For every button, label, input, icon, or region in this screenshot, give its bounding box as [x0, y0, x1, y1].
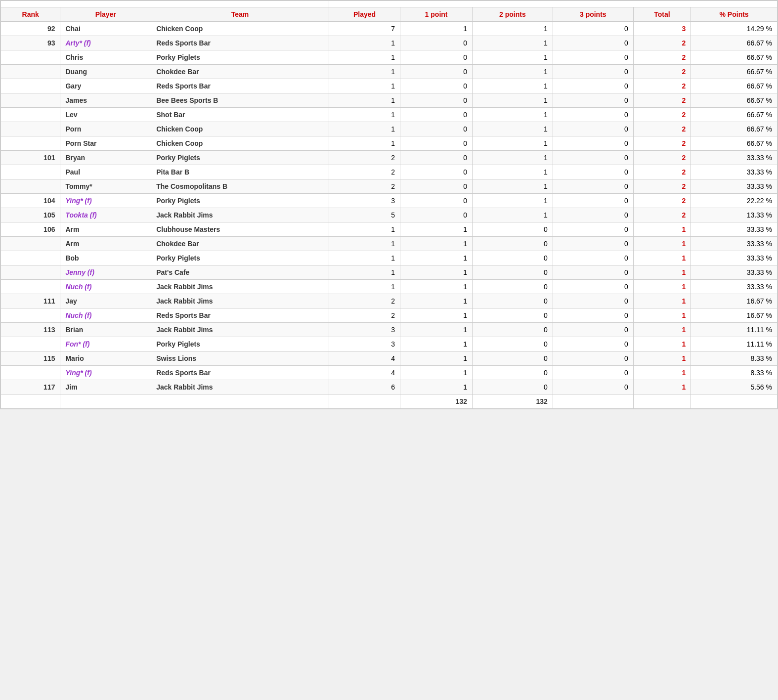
cell-player: Chai — [60, 22, 151, 36]
cell-played: 2 — [329, 165, 400, 179]
col-2points: 2 points — [473, 7, 553, 22]
cell-total: 2 — [633, 151, 691, 165]
cell-player: Paul — [60, 165, 151, 179]
cell-pct: 66.67 % — [691, 79, 778, 93]
cell-played: 3 — [329, 337, 400, 351]
cell-player: Ying* (f) — [60, 194, 151, 208]
cell-team: Reds Sports Bar — [151, 36, 329, 50]
cell-p3: 0 — [553, 294, 633, 308]
cell-p2: 1 — [473, 65, 553, 79]
table-row: DuangChokdee Bar1010266.67 % — [1, 65, 778, 79]
table-row: 111JayJack Rabbit Jims2100116.67 % — [1, 294, 778, 308]
cell-p2: 0 — [473, 351, 553, 366]
cell-total: 2 — [633, 194, 691, 208]
cell-total: 1 — [633, 294, 691, 308]
cell-p3: 0 — [553, 308, 633, 323]
cell-p1: 0 — [400, 194, 473, 208]
cell-p2: 0 — [473, 337, 553, 351]
cell-p2: 1 — [473, 93, 553, 108]
col-total: Total — [633, 7, 691, 22]
cell-p3: 0 — [553, 79, 633, 93]
cell-played: 1 — [329, 265, 400, 280]
cell-p3: 0 — [553, 36, 633, 50]
cell-p1: 0 — [400, 136, 473, 151]
cell-total: 3 — [633, 22, 691, 36]
cell-p2: 1 — [473, 136, 553, 151]
cell-team: Porky Piglets — [151, 251, 329, 265]
cell-rank: 113 — [1, 323, 60, 337]
cell-pct: 16.67 % — [691, 294, 778, 308]
cell-rank — [1, 165, 60, 179]
cell-player: Duang — [60, 65, 151, 79]
cell-team: Reds Sports Bar — [151, 308, 329, 323]
cell-total: 2 — [633, 165, 691, 179]
cell-player: Tookta (f) — [60, 208, 151, 222]
cell-team: Porky Piglets — [151, 151, 329, 165]
cell-played: 3 — [329, 194, 400, 208]
cell-p2: 1 — [473, 165, 553, 179]
cell-rank — [1, 65, 60, 79]
cell-p3: 0 — [553, 151, 633, 165]
cell-p3: 0 — [553, 323, 633, 337]
cell-p1: 1 — [400, 265, 473, 280]
cell-played: 1 — [329, 50, 400, 65]
table-row: 117JimJack Rabbit Jims610015.56 % — [1, 380, 778, 394]
cell-p1: 1 — [400, 294, 473, 308]
cell-total: 1 — [633, 308, 691, 323]
cell-player: Chris — [60, 50, 151, 65]
cell-pct: 33.33 % — [691, 179, 778, 194]
cell-p1: 0 — [400, 93, 473, 108]
cell-pct: 33.33 % — [691, 222, 778, 237]
cell-team: Chicken Coop — [151, 22, 329, 36]
singles-label — [329, 1, 777, 7]
cell-p2: 0 — [473, 308, 553, 323]
cell-rank — [1, 237, 60, 251]
cell-total: 1 — [633, 366, 691, 380]
cell-pct: 8.33 % — [691, 351, 778, 366]
cell-p1: 0 — [400, 79, 473, 93]
table-row: Nuch (f)Reds Sports Bar2100116.67 % — [1, 308, 778, 323]
cell-p1: 1 — [400, 337, 473, 351]
cell-p2: 1 — [473, 122, 553, 136]
cell-player: Jim — [60, 380, 151, 394]
cell-p2: 1 — [473, 22, 553, 36]
cell-player: Porn — [60, 122, 151, 136]
cell-pct: 8.33 % — [691, 366, 778, 380]
cell-rank — [1, 308, 60, 323]
cell-total: 2 — [633, 208, 691, 222]
footer-team — [151, 394, 329, 409]
cell-p3: 0 — [553, 366, 633, 380]
cell-p3: 0 — [553, 251, 633, 265]
cell-rank — [1, 122, 60, 136]
table-row: ChrisPorky Piglets1010266.67 % — [1, 50, 778, 65]
cell-p2: 0 — [473, 237, 553, 251]
col-played: Played — [329, 7, 400, 22]
footer-player — [60, 394, 151, 409]
cell-rank — [1, 136, 60, 151]
cell-p1: 0 — [400, 108, 473, 122]
cell-rank: 92 — [1, 22, 60, 36]
cell-p3: 0 — [553, 122, 633, 136]
cell-played: 2 — [329, 308, 400, 323]
cell-player: James — [60, 93, 151, 108]
cell-player: Fon* (f) — [60, 337, 151, 351]
cell-played: 1 — [329, 122, 400, 136]
footer-rank — [1, 394, 60, 409]
cell-p2: 1 — [473, 151, 553, 165]
footer-p2-sum: 132 — [473, 394, 553, 409]
cell-team: Porky Piglets — [151, 337, 329, 351]
table-row: 92ChaiChicken Coop7110314.29 % — [1, 22, 778, 36]
cell-played: 1 — [329, 237, 400, 251]
table-row: Porn StarChicken Coop1010266.67 % — [1, 136, 778, 151]
cell-player: Mario — [60, 351, 151, 366]
cell-total: 2 — [633, 93, 691, 108]
cell-p2: 0 — [473, 380, 553, 394]
cell-p3: 0 — [553, 265, 633, 280]
cell-pct: 66.67 % — [691, 93, 778, 108]
cell-pct: 33.33 % — [691, 280, 778, 294]
cell-played: 3 — [329, 323, 400, 337]
cell-p1: 1 — [400, 380, 473, 394]
cell-p2: 0 — [473, 280, 553, 294]
cell-p3: 0 — [553, 165, 633, 179]
cell-p1: 0 — [400, 50, 473, 65]
